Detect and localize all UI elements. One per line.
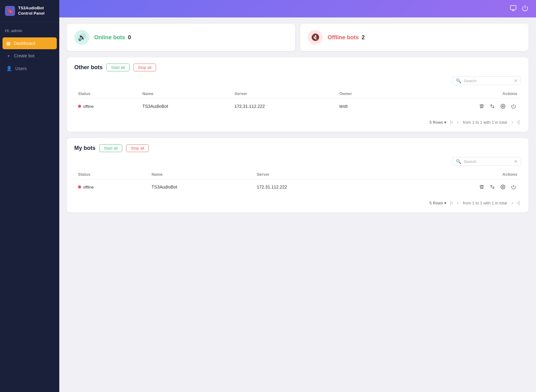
my-bot-status-label: offline	[83, 185, 94, 189]
other-bot-status-label: offline	[83, 104, 94, 109]
other-bots-search-input[interactable]	[464, 79, 511, 83]
rows-dropdown-icon: ▾	[444, 201, 446, 205]
online-bots-count: 0	[128, 34, 131, 41]
other-bot-settings-button[interactable]	[499, 103, 507, 110]
my-bots-start-all-button[interactable]: Start all	[99, 144, 122, 152]
other-bot-server-cell: 172.31.112.222	[231, 99, 335, 114]
my-bots-stop-all-button[interactable]: Stop all	[126, 144, 149, 152]
svg-point-2	[502, 106, 504, 107]
my-bots-page-info: from 1 to 1 with 1 in total	[463, 201, 507, 205]
offline-dot	[78, 185, 81, 189]
rows-dropdown-icon: ▾	[444, 120, 446, 125]
other-bots-header: Other bots Start all Stop all	[74, 64, 521, 71]
other-bots-start-all-button[interactable]: Start all	[106, 64, 129, 71]
logo-icon: 🔖	[5, 6, 15, 16]
my-bot-transfer-button[interactable]	[489, 183, 496, 191]
other-bots-first-page-button[interactable]: |‹	[449, 119, 454, 126]
offline-dot	[78, 105, 81, 108]
content: 🔊 Online bots 0 🔇 Offline bots 2	[59, 17, 536, 392]
sidebar-greeting: Hi, admin	[0, 22, 59, 36]
table-row: offline TS3AudioBot 172.31.112.222 testt	[74, 99, 521, 114]
offline-bots-icon: 🔇	[308, 30, 323, 45]
offline-bots-title: Offline bots	[328, 34, 359, 41]
other-bots-footer: 5 Rows ▾ |‹ ‹ from 1 to 1 with 1 in tota…	[74, 119, 521, 126]
my-bots-last-page-button[interactable]: ›|	[516, 199, 521, 206]
other-bots-col-owner: Owner	[336, 89, 392, 99]
other-bot-actions	[395, 103, 517, 110]
my-bot-delete-button[interactable]	[478, 183, 485, 191]
create-bot-icon: ＋	[6, 53, 11, 59]
sidebar-item-dashboard[interactable]: ▦ Dashboard	[2, 37, 57, 49]
other-bots-col-status: Status	[74, 89, 139, 99]
status-cards: 🔊 Online bots 0 🔇 Offline bots 2	[67, 24, 529, 51]
my-bot-power-button[interactable]	[510, 183, 517, 191]
other-bot-delete-button[interactable]	[478, 103, 485, 110]
users-label: Users	[15, 66, 27, 71]
topbar	[59, 0, 536, 17]
my-bots-col-status: Status	[74, 170, 148, 179]
app-subtitle: Control Panel	[18, 11, 45, 16]
my-bots-search-wrapper: 🔍 ✕	[452, 157, 521, 166]
my-bots-pagination: |‹ ‹ from 1 to 1 with 1 in total › ›|	[449, 199, 521, 206]
other-bots-next-page-button[interactable]: ›	[510, 119, 514, 126]
my-bots-title: My bots	[74, 145, 95, 151]
create-bot-label: Create bot	[14, 53, 34, 58]
online-bots-label: Online bots 0	[94, 34, 131, 41]
other-bots-search-clear[interactable]: ✕	[514, 78, 518, 83]
other-bots-section: Other bots Start all Stop all 🔍 ✕ Status…	[67, 57, 529, 132]
online-bots-icon: 🔊	[74, 30, 89, 45]
other-bots-rows-label: 5 Rows	[429, 120, 443, 125]
my-bots-search-bar: 🔍 ✕	[74, 157, 521, 166]
other-bot-power-button[interactable]	[510, 103, 517, 110]
my-bot-actions	[377, 183, 517, 191]
sidebar-nav: ▦ Dashboard ＋ Create bot 👤 Users	[0, 36, 59, 76]
main-wrapper: 🔊 Online bots 0 🔇 Offline bots 2	[59, 0, 536, 392]
my-bots-rows-selector[interactable]: 5 Rows ▾	[429, 201, 446, 205]
other-bots-col-actions: Actions	[391, 89, 521, 99]
other-bots-stop-all-button[interactable]: Stop all	[133, 64, 156, 71]
offline-bots-label: Offline bots 2	[328, 34, 365, 41]
other-bots-rows-selector[interactable]: 5 Rows ▾	[429, 120, 446, 125]
other-bot-transfer-button[interactable]	[489, 103, 496, 110]
sidebar: 🔖 TS3AudioBot Control Panel Hi, admin ▦ …	[0, 0, 59, 392]
sidebar-item-users[interactable]: 👤 Users	[2, 63, 57, 74]
my-bots-rows-label: 5 Rows	[429, 201, 443, 205]
my-bots-prev-page-button[interactable]: ‹	[456, 199, 460, 206]
my-bots-next-page-button[interactable]: ›	[510, 199, 514, 206]
logo-text: TS3AudioBot Control Panel	[18, 6, 45, 16]
my-bot-name-cell: TS3AudioBot	[148, 179, 253, 195]
other-bots-pagination: |‹ ‹ from 1 to 1 with 1 in total › ›|	[449, 119, 521, 126]
my-bots-col-name: Name	[148, 170, 253, 179]
other-bots-search-wrapper: 🔍 ✕	[452, 76, 521, 85]
other-bots-last-page-button[interactable]: ›|	[516, 119, 521, 126]
other-bot-owner-cell: testt	[336, 99, 392, 114]
my-bots-footer: 5 Rows ▾ |‹ ‹ from 1 to 1 with 1 in tota…	[74, 199, 521, 206]
my-bots-search-clear[interactable]: ✕	[514, 159, 518, 164]
power-icon[interactable]	[522, 5, 529, 13]
offline-bots-count: 2	[362, 34, 365, 41]
dashboard-icon: ▦	[6, 41, 11, 46]
online-bots-card: 🔊 Online bots 0	[67, 24, 295, 51]
my-bots-search-icon: 🔍	[456, 159, 461, 164]
my-bots-search-input[interactable]	[464, 159, 511, 164]
online-bots-title: Online bots	[94, 34, 125, 41]
app-name: TS3AudioBot	[18, 6, 45, 11]
other-bots-col-server: Server	[231, 89, 335, 99]
my-bots-col-server: Server	[253, 170, 373, 179]
svg-rect-0	[510, 5, 516, 9]
my-bots-first-page-button[interactable]: |‹	[449, 199, 454, 206]
my-bot-settings-button[interactable]	[499, 183, 507, 191]
other-bots-prev-page-button[interactable]: ‹	[456, 119, 460, 126]
dashboard-label: Dashboard	[14, 41, 35, 46]
my-bots-header: My bots Start all Stop all	[74, 144, 521, 152]
sidebar-item-create-bot[interactable]: ＋ Create bot	[2, 50, 57, 62]
users-icon: 👤	[6, 66, 12, 71]
monitor-icon[interactable]	[510, 5, 517, 13]
my-bots-section: My bots Start all Stop all 🔍 ✕ Status Na…	[67, 138, 529, 213]
other-bot-status-cell: offline	[78, 104, 94, 109]
table-row: offline TS3AudioBot 172.31.112.222	[74, 179, 521, 195]
other-bots-col-name: Name	[139, 89, 231, 99]
other-bots-search-bar: 🔍 ✕	[74, 76, 521, 85]
my-bot-status-cell: offline	[78, 185, 94, 189]
my-bots-table: Status Name Server Actions offline TS3Au…	[74, 170, 521, 194]
